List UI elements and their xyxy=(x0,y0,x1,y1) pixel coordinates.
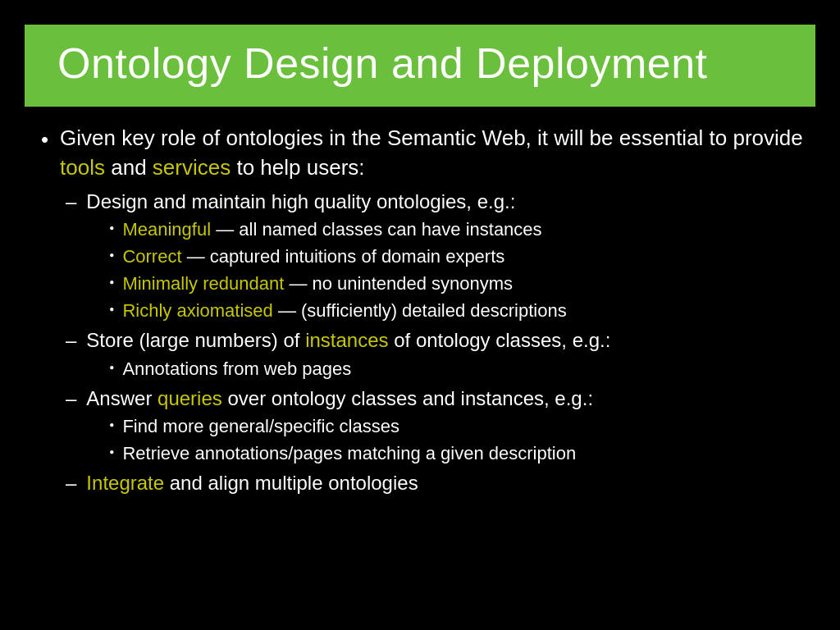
meaningful-highlight: Meaningful xyxy=(122,219,211,240)
slide-container: Ontology Design and Deployment • Given k… xyxy=(0,0,840,630)
sub-sub-retrieve: ● Retrieve annotations/pages matching a … xyxy=(109,441,593,467)
sub-sub-list-answer: ● Find more general/specific classes ● R… xyxy=(109,413,593,467)
main-bullet: • Given key role of ontologies in the Se… xyxy=(41,123,807,183)
sub-sub-redundant: ● Minimally redundant — no unintended sy… xyxy=(109,271,566,297)
sub-sub-list-design: ● Meaningful — all named classes can hav… xyxy=(109,217,566,324)
title-bar: Ontology Design and Deployment xyxy=(25,25,815,107)
dot-correct: ● xyxy=(109,249,114,262)
bullet-dot-main: • xyxy=(41,125,48,154)
content-area: • Given key role of ontologies in the Se… xyxy=(0,107,840,630)
instances-highlight: instances xyxy=(305,329,388,351)
integrate-highlight: Integrate xyxy=(86,472,164,494)
dot-meaningful: ● xyxy=(109,222,114,235)
sub-item-store-text: Store (large numbers) of instances of on… xyxy=(86,326,610,383)
main-bullet-text: Given key role of ontologies in the Sema… xyxy=(60,123,807,183)
dash-design: – xyxy=(66,188,76,217)
services-highlight: services xyxy=(153,155,231,180)
queries-highlight: queries xyxy=(158,387,222,409)
tools-highlight: tools xyxy=(60,155,105,180)
dot-redundant: ● xyxy=(109,276,114,289)
sub-item-design: – Design and maintain high quality ontol… xyxy=(66,188,807,325)
sub-item-integrate-text: Integrate and align multiple ontologies xyxy=(86,469,418,498)
dot-annotations: ● xyxy=(109,362,114,374)
sub-sub-meaningful: ● Meaningful — all named classes can hav… xyxy=(109,217,566,243)
suffix-text: to help users: xyxy=(231,155,364,180)
slide-title: Ontology Design and Deployment xyxy=(57,39,783,89)
sub-item-integrate: – Integrate and align multiple ontologie… xyxy=(66,469,807,498)
sub-sub-find: ● Find more general/specific classes xyxy=(109,413,593,440)
dot-retrieve: ● xyxy=(109,446,114,459)
dot-axiomatised: ● xyxy=(109,304,114,316)
sub-item-design-text: Design and maintain high quality ontolog… xyxy=(86,188,566,325)
correct-highlight: Correct xyxy=(122,246,181,267)
sub-list: – Design and maintain high quality ontol… xyxy=(66,188,807,498)
redundant-highlight: Minimally redundant xyxy=(122,273,284,294)
sub-item-store: – Store (large numbers) of instances of … xyxy=(66,326,807,383)
dash-answer: – xyxy=(66,385,76,413)
axiomatised-highlight: Richly axiomatised xyxy=(122,300,272,321)
intro-text: Given key role of ontologies in the Sema… xyxy=(60,126,803,150)
sub-sub-list-store: ● Annotations from web pages xyxy=(109,356,610,382)
sub-sub-annotations: ● Annotations from web pages xyxy=(109,356,610,382)
dash-integrate: – xyxy=(66,469,76,498)
sub-item-answer-text: Answer queries over ontology classes and… xyxy=(86,385,593,468)
dash-store: – xyxy=(66,326,76,355)
dot-find: ● xyxy=(109,419,114,431)
sub-sub-correct: ● Correct — captured intuitions of domai… xyxy=(109,244,566,270)
sub-item-answer: – Answer queries over ontology classes a… xyxy=(66,385,807,468)
sub-sub-axiomatised: ● Richly axiomatised — (sufficiently) de… xyxy=(109,298,566,324)
and-text: and xyxy=(105,155,153,180)
